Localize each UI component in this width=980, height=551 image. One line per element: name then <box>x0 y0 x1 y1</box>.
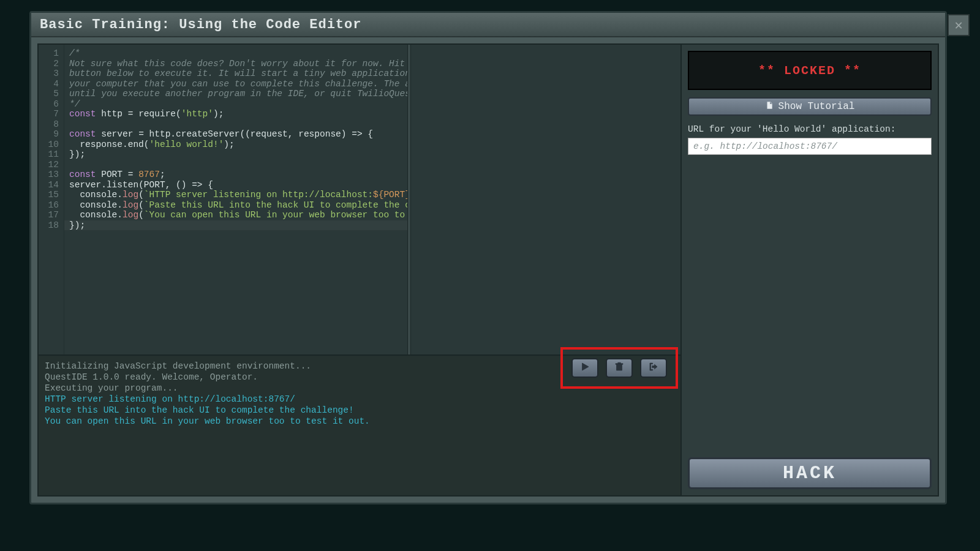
code-line: server.listen(PORT, () => { <box>69 180 407 190</box>
editor-row: 123456789101112131415161718 /*Not sure w… <box>39 45 680 354</box>
line-number: 7 <box>45 109 59 119</box>
editor-secondary-pane <box>411 45 680 354</box>
code-line: your computer that you can use to comple… <box>69 79 407 89</box>
code-line: */ <box>69 99 407 110</box>
line-number: 9 <box>45 129 59 140</box>
code-line: until you execute another program in the… <box>69 89 407 99</box>
code-line: console.log(`HTTP server listening on ht… <box>69 190 407 200</box>
play-button[interactable] <box>571 358 598 378</box>
exit-button[interactable] <box>640 358 667 378</box>
line-gutter: 123456789101112131415161718 <box>39 45 64 354</box>
line-number: 14 <box>45 180 59 190</box>
code-line: const PORT = 8767; <box>69 170 407 180</box>
trash-icon <box>614 361 625 375</box>
close-button[interactable]: ✕ <box>948 14 970 36</box>
line-number: 2 <box>45 59 59 69</box>
line-number: 1 <box>45 48 59 59</box>
line-number: 10 <box>45 140 59 150</box>
line-number: 4 <box>45 79 59 89</box>
code-line: /* <box>69 48 407 59</box>
play-icon <box>579 361 590 375</box>
challenge-panel: ** LOCKED ** Show Tutorial URL for your … <box>682 45 938 495</box>
code-line: Not sure what this code does? Don't worr… <box>69 59 407 69</box>
code-line: }); <box>69 149 407 160</box>
url-input[interactable] <box>688 138 932 155</box>
locked-label: ** LOCKED ** <box>758 64 861 78</box>
editor-toolbar-highlight <box>560 347 678 389</box>
console-line: HTTP server listening on http://localhos… <box>45 394 674 405</box>
titlebar: Basic Training: Using the Code Editor ✕ <box>31 13 945 37</box>
line-number: 6 <box>45 99 59 110</box>
code-line: button below to execute it. It will star… <box>69 69 407 79</box>
code-line: const server = http.createServer((reques… <box>69 129 407 140</box>
code-line <box>69 160 407 170</box>
line-number: 15 <box>45 190 59 200</box>
code-editor[interactable]: 123456789101112131415161718 /*Not sure w… <box>39 45 407 354</box>
url-field-label: URL for your 'Hello World' application: <box>688 124 932 134</box>
line-number: 8 <box>45 119 59 130</box>
line-number: 16 <box>45 200 59 211</box>
hack-button[interactable]: HACK <box>688 457 932 489</box>
window-title: Basic Training: Using the Code Editor <box>40 17 361 32</box>
hack-label: HACK <box>783 463 837 484</box>
code-line <box>69 119 407 130</box>
exit-icon <box>648 361 659 375</box>
code-line: console.log(`Paste this URL into the hac… <box>69 200 407 211</box>
close-icon: ✕ <box>954 17 962 34</box>
trash-button[interactable] <box>606 358 633 378</box>
code-line: const http = require('http'); <box>69 109 407 119</box>
console-line: Paste this URL into the hack UI to compl… <box>45 405 674 416</box>
line-number: 13 <box>45 170 59 180</box>
tutorial-label: Show Tutorial <box>778 101 855 112</box>
left-pane: 123456789101112131415161718 /*Not sure w… <box>39 45 682 495</box>
svg-marker-0 <box>582 363 589 370</box>
line-number: 11 <box>45 149 59 160</box>
show-tutorial-button[interactable]: Show Tutorial <box>688 97 932 116</box>
code-line: console.log(`You can open this URL in yo… <box>69 210 407 220</box>
locked-banner: ** LOCKED ** <box>688 51 932 90</box>
line-number: 5 <box>45 89 59 99</box>
code-area[interactable]: /*Not sure what this code does? Don't wo… <box>64 45 407 354</box>
console-pane: Initializing JavaScript development envi… <box>39 354 680 495</box>
line-number: 12 <box>45 160 59 170</box>
ide-window: Basic Training: Using the Code Editor ✕ … <box>29 11 947 504</box>
line-number: 18 <box>45 220 59 231</box>
line-number: 17 <box>45 210 59 220</box>
window-body: 123456789101112131415161718 /*Not sure w… <box>37 43 939 497</box>
document-icon <box>765 101 774 113</box>
console-line: You can open this URL in your web browse… <box>45 416 674 427</box>
line-number: 3 <box>45 69 59 79</box>
code-line: response.end('hello world!'); <box>69 140 407 150</box>
code-line: }); <box>69 220 407 231</box>
